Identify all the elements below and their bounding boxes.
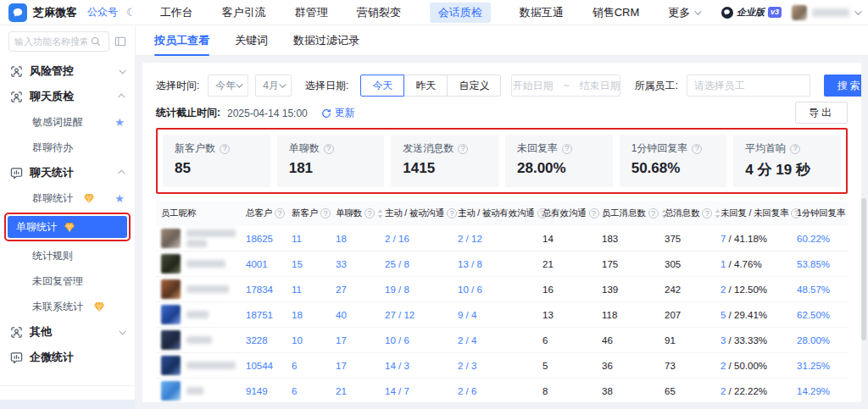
total-valid-value: 6: [537, 335, 597, 345]
sidebar-item-group-todo[interactable]: 群聊待办: [0, 135, 135, 160]
search-button[interactable]: 搜索: [824, 75, 861, 97]
active-passive-value[interactable]: 2 / 16: [380, 234, 453, 244]
nav-item-marketing[interactable]: 营销裂变: [357, 3, 401, 23]
total-customers-link[interactable]: 9149: [241, 386, 287, 396]
active-passive-valid-value[interactable]: 9 / 4: [453, 310, 537, 320]
help-icon[interactable]: ?: [275, 208, 285, 218]
one-min-rate-link[interactable]: 62.50%: [792, 310, 848, 320]
help-icon[interactable]: ?: [692, 144, 702, 154]
nav-item-workbench[interactable]: 工作台: [160, 3, 193, 23]
user-avatar[interactable]: [792, 5, 807, 20]
sidebar-item-single-chat-stats[interactable]: 单聊统计: [8, 216, 127, 238]
table-row: 10544 6 17 14 / 3 2 / 3 5 36 73 2 / 50.0…: [156, 353, 848, 379]
total-customers-link[interactable]: 18625: [241, 234, 287, 244]
sidebar-item-uncontacted-stats[interactable]: 未联系统计: [0, 294, 135, 319]
active-passive-value[interactable]: 19 / 8: [380, 285, 453, 295]
help-icon[interactable]: ?: [458, 144, 468, 154]
nav-item-data-exchange[interactable]: 数据互通: [520, 3, 564, 23]
active-passive-valid-value[interactable]: 10 / 6: [453, 285, 537, 295]
chat-count-link[interactable]: 18: [331, 234, 380, 244]
sidebar-group-label: 企微统计: [30, 350, 74, 365]
date-range-picker[interactable]: 开始日期 ~ 结束日期: [511, 75, 620, 97]
sidebar-group-risk-control[interactable]: 风险管控: [0, 58, 135, 84]
one-min-rate-link[interactable]: 60.22%: [792, 234, 848, 244]
active-passive-valid-value[interactable]: 13 / 8: [453, 259, 537, 269]
nav-item-customer-acquisition[interactable]: 客户引流: [222, 3, 266, 23]
tab-data-filter-records[interactable]: 数据过滤记录: [293, 25, 359, 56]
vertical-scrollbar[interactable]: [861, 198, 866, 340]
nav-item-sales-crm[interactable]: 销售CRM: [593, 3, 640, 23]
chat-count-link[interactable]: 33: [331, 259, 380, 269]
collapse-panel-icon[interactable]: [114, 36, 126, 47]
active-passive-value[interactable]: 27 / 12: [380, 310, 453, 320]
user-menu-chevron-icon[interactable]: [854, 8, 861, 14]
help-icon[interactable]: ?: [562, 144, 572, 154]
new-customers-link[interactable]: 18: [287, 310, 331, 320]
new-customers-link[interactable]: 6: [287, 386, 331, 396]
active-passive-valid-value[interactable]: 2 / 3: [453, 361, 537, 371]
nav-item-group-management[interactable]: 群管理: [295, 3, 328, 23]
new-customers-link[interactable]: 10: [287, 335, 331, 345]
date-button-today[interactable]: 今天: [360, 75, 404, 97]
sidebar-search-box[interactable]: [8, 31, 109, 52]
month-select[interactable]: 4月: [255, 75, 292, 97]
tab-keywords[interactable]: 关键词: [235, 25, 268, 56]
active-passive-valid-value[interactable]: 2 / 4: [453, 335, 537, 345]
year-select[interactable]: 今年: [208, 75, 248, 97]
chat-count-link[interactable]: 17: [331, 361, 380, 371]
favorite-star-icon[interactable]: ★: [114, 117, 125, 128]
total-customers-link[interactable]: 10544: [241, 361, 287, 371]
sidebar-bottom-scrollbar[interactable]: [0, 400, 135, 409]
chat-count-link[interactable]: 21: [331, 386, 380, 396]
one-min-rate-link[interactable]: 53.85%: [792, 259, 848, 269]
tab-by-employee[interactable]: 按员工查看: [154, 25, 209, 56]
date-button-custom[interactable]: 自定义: [447, 75, 501, 97]
nav-item-more[interactable]: 更多: [668, 3, 699, 23]
sidebar-search-input[interactable]: [14, 36, 87, 47]
help-icon[interactable]: ?: [324, 144, 334, 154]
help-icon[interactable]: ?: [220, 144, 230, 154]
sidebar-item-group-chat-stats[interactable]: 群聊统计 ★: [0, 185, 135, 211]
one-min-rate-link[interactable]: 31.25%: [792, 361, 848, 371]
active-passive-value[interactable]: 25 / 8: [380, 259, 453, 269]
refresh-link[interactable]: 更新: [321, 106, 355, 120]
sidebar-item-stats-rules[interactable]: 统计规则: [0, 243, 135, 268]
favorite-star-icon[interactable]: ★: [114, 193, 125, 204]
sidebar-item-unreplied-management[interactable]: 未回复管理: [0, 268, 135, 294]
sidebar-group-wecom-stats[interactable]: 企微统计: [0, 345, 135, 370]
new-customers-link[interactable]: 15: [287, 259, 331, 269]
help-icon[interactable]: ?: [790, 144, 800, 154]
active-passive-valid-value[interactable]: 2 / 6: [453, 386, 537, 396]
dark-mode-icon[interactable]: ☾: [126, 7, 136, 18]
total-customers-link[interactable]: 3228: [241, 335, 287, 345]
employee-select-input[interactable]: [687, 75, 810, 97]
one-min-rate-link[interactable]: 48.57%: [792, 285, 848, 295]
active-passive-value[interactable]: 14 / 3: [380, 361, 453, 371]
sidebar-group-other[interactable]: 其他: [0, 319, 135, 345]
new-customers-link[interactable]: 11: [287, 234, 331, 244]
chat-count-link[interactable]: 17: [331, 335, 380, 345]
export-button[interactable]: 导出: [795, 102, 848, 124]
channel-tag[interactable]: 公众号: [87, 5, 118, 19]
total-customers-link[interactable]: 4001: [241, 259, 287, 269]
active-passive-value[interactable]: 10 / 6: [380, 335, 453, 345]
total-customers-link[interactable]: 17834: [241, 285, 287, 295]
date-button-yesterday[interactable]: 昨天: [403, 75, 448, 97]
help-icon[interactable]: ?: [648, 208, 659, 218]
sidebar-group-chat-stats[interactable]: 聊天统计: [0, 160, 135, 185]
chat-count-link[interactable]: 27: [331, 285, 380, 295]
total-customers-link[interactable]: 18751: [241, 310, 287, 320]
new-customers-link[interactable]: 11: [287, 285, 331, 295]
nav-item-chat-inspection[interactable]: 会话质检: [430, 3, 491, 23]
sidebar-item-sensitive-words[interactable]: 敏感词提醒 ★: [0, 109, 135, 135]
sidebar-group-chat-inspection[interactable]: 聊天质检: [0, 84, 135, 109]
one-min-rate-link[interactable]: 14.29%: [792, 386, 848, 396]
help-icon[interactable]: ?: [702, 208, 712, 218]
chat-count-link[interactable]: 40: [331, 310, 380, 320]
new-customers-link[interactable]: 6: [287, 361, 331, 371]
one-min-rate-link[interactable]: 28.00%: [792, 335, 848, 345]
active-passive-value[interactable]: 14 / 7: [380, 386, 453, 396]
active-passive-valid-value[interactable]: 2 / 12: [453, 234, 537, 244]
help-icon[interactable]: ?: [320, 208, 331, 218]
help-icon[interactable]: ?: [364, 208, 375, 218]
